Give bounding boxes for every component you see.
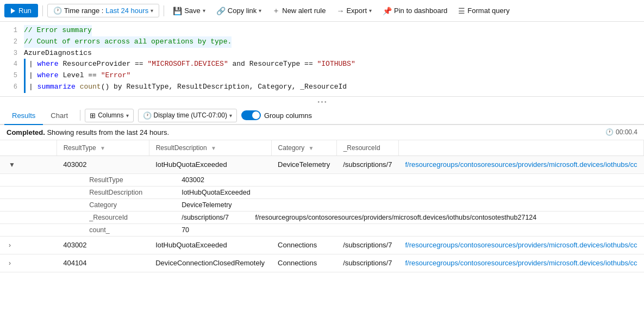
time-range-button[interactable]: 🕐 Time range : Last 24 hours ▾ bbox=[47, 4, 159, 17]
th-category: Category ▼ bbox=[271, 140, 336, 156]
expanded-label-2 bbox=[0, 186, 57, 198]
timer-icon: 🕐 bbox=[605, 128, 614, 136]
status-text: Completed. Showing results from the last… bbox=[7, 128, 169, 136]
results-sep-1 bbox=[80, 110, 80, 121]
export-chevron: ▾ bbox=[369, 8, 372, 14]
save-chevron: ▾ bbox=[203, 8, 205, 14]
expanded-detail-resulttype: ResultType 403002 bbox=[0, 173, 644, 186]
columns-button[interactable]: ⊞ Columns ▾ bbox=[85, 109, 133, 122]
expanded-label bbox=[0, 173, 57, 186]
th-resource-path bbox=[398, 140, 643, 156]
time-range-value: Last 24 hours bbox=[105, 7, 148, 15]
clock-icon: 🕐 bbox=[53, 7, 62, 15]
separator-1 bbox=[42, 5, 43, 16]
group-columns-toggle-wrap: Group columns bbox=[241, 110, 312, 120]
line-bar-5 bbox=[24, 70, 26, 82]
cell-resourceid-3: /subscriptions/7 bbox=[336, 254, 398, 272]
line-bar-6 bbox=[24, 82, 26, 93]
cell-resultdesc-3: DeviceConnectionClosedRemotely bbox=[149, 254, 271, 272]
table-row: › 404104 DeviceConnectionClosedRemotely … bbox=[0, 254, 644, 272]
display-time-button[interactable]: 🕐 Display time (UTC-07:00) ▾ bbox=[138, 109, 237, 122]
save-button[interactable]: 💾 Save ▾ bbox=[168, 4, 210, 17]
status-time: 🕐 00:00.4 bbox=[605, 128, 637, 136]
cell-resultdesc-2: IotHubQuotaExceeded bbox=[149, 236, 271, 254]
expanded-detail-count: count_ 70 bbox=[0, 223, 644, 236]
clock-icon-2: 🕐 bbox=[143, 111, 152, 120]
toolbar: Run 🕐 Time range : Last 24 hours ▾ 💾 Sav… bbox=[0, 0, 644, 22]
cell-resourcepath-1: f/resourcegroups/contosoresources/provid… bbox=[398, 156, 643, 173]
status-completed: Completed. bbox=[7, 128, 45, 136]
cell-category-1: DeviceTelemetry bbox=[271, 156, 336, 173]
cell-resourcepath-3: f/resourcegroups/contosoresources/provid… bbox=[398, 254, 643, 272]
results-container: ResultType ▼ ResultDescription ▼ Categor… bbox=[0, 140, 644, 272]
th-result-type: ResultType ▼ bbox=[57, 140, 149, 156]
expanded-label-3 bbox=[0, 198, 57, 211]
expanded-key-resultdesc: ResultDescription bbox=[57, 186, 149, 198]
collapse-button-1[interactable]: ▼ bbox=[7, 160, 17, 170]
filter-icon-resulttype[interactable]: ▼ bbox=[100, 145, 105, 151]
expanded-val-resultdesc: IotHubQuotaExceeded bbox=[149, 186, 643, 198]
th-result-description: ResultDescription ▼ bbox=[149, 140, 271, 156]
expand-cell-3: › bbox=[0, 254, 57, 272]
expanded-key-resulttype: ResultType bbox=[57, 173, 149, 186]
columns-icon: ⊞ bbox=[90, 111, 96, 120]
table-row: ▼ 403002 IotHubQuotaExceeded DeviceTelem… bbox=[0, 156, 644, 173]
expanded-key-category: Category bbox=[57, 198, 149, 211]
expand-button-2[interactable]: › bbox=[7, 240, 13, 250]
code-line-3: 3 AzureDiagnostics bbox=[0, 48, 644, 59]
expanded-detail-category: Category DeviceTelemetry bbox=[0, 198, 644, 211]
time-range-chevron: ▾ bbox=[151, 8, 153, 14]
results-table: ResultType ▼ ResultDescription ▼ Categor… bbox=[0, 140, 644, 272]
code-line-4: 4 | where ResourceProvider == "MICROSOFT… bbox=[0, 59, 644, 70]
link-icon: 🔗 bbox=[216, 7, 226, 15]
expanded-val-resourceid: /subscriptions/7 f/resourcegroups/contos… bbox=[149, 211, 643, 223]
tab-chart[interactable]: Chart bbox=[43, 107, 76, 125]
expanded-detail-resourceid: _ResourceId /subscriptions/7 f/resourceg… bbox=[0, 211, 644, 223]
export-icon: → bbox=[336, 7, 344, 15]
copy-link-chevron: ▾ bbox=[259, 8, 261, 14]
group-columns-toggle[interactable] bbox=[241, 110, 261, 120]
export-button[interactable]: → Export ▾ bbox=[332, 4, 376, 17]
expanded-label-5 bbox=[0, 223, 57, 236]
expanded-key-resourceid: _ResourceId bbox=[57, 211, 149, 223]
cell-resourceid-2: /subscriptions/7 bbox=[336, 236, 398, 254]
pin-to-dashboard-button[interactable]: 📌 Pin to dashboard bbox=[378, 4, 452, 17]
format-query-button[interactable]: ☰ Format query bbox=[454, 4, 514, 17]
save-icon: 💾 bbox=[173, 7, 182, 15]
tab-results[interactable]: Results bbox=[4, 107, 43, 125]
expanded-label-4 bbox=[0, 211, 57, 223]
expand-cell-1: ▼ bbox=[0, 156, 57, 173]
filter-icon-category[interactable]: ▼ bbox=[309, 145, 314, 151]
separator-2 bbox=[164, 5, 164, 16]
cell-resulttype-1: 403002 bbox=[57, 156, 149, 173]
display-time-chevron: ▾ bbox=[229, 113, 232, 119]
th-resource-id: _ResourceId bbox=[336, 140, 398, 156]
code-line-2: 2 // Count of errors across all operatio… bbox=[0, 36, 644, 48]
cell-resulttype-2: 403002 bbox=[57, 236, 149, 254]
status-bar: Completed. Showing results from the last… bbox=[0, 125, 644, 140]
expanded-val-resulttype: 403002 bbox=[149, 173, 643, 186]
line-bar-4 bbox=[24, 59, 26, 70]
cell-resourceid-1: /subscriptions/7 bbox=[336, 156, 398, 173]
copy-link-button[interactable]: 🔗 Copy link ▾ bbox=[212, 4, 266, 17]
expanded-val-count: 70 bbox=[149, 223, 643, 236]
cell-resulttype-3: 404104 bbox=[57, 254, 149, 272]
code-editor[interactable]: 1 // Error summary 2 // Count of errors … bbox=[0, 22, 644, 97]
drag-handle[interactable]: • • • bbox=[0, 97, 644, 107]
run-button[interactable]: Run bbox=[4, 4, 38, 17]
status-description: Showing results from the last 24 hours. bbox=[47, 128, 169, 136]
new-alert-rule-button[interactable]: ＋ New alert rule bbox=[268, 4, 330, 18]
run-label: Run bbox=[18, 7, 32, 15]
expand-button-3[interactable]: › bbox=[7, 258, 13, 268]
cell-resourcepath-2: f/resourcegroups/contosoresources/provid… bbox=[398, 236, 643, 254]
table-row: › 403002 IotHubQuotaExceeded Connections… bbox=[0, 236, 644, 254]
play-icon bbox=[11, 8, 15, 14]
code-line-6: 6 | summarize count() by ResultType, Res… bbox=[0, 82, 644, 93]
format-icon: ☰ bbox=[458, 7, 465, 15]
filter-icon-resultdescription[interactable]: ▼ bbox=[211, 145, 216, 151]
code-line-5: 5 | where Level == "Error" bbox=[0, 70, 644, 82]
results-toolbar: Results Chart ⊞ Columns ▾ 🕐 Display time… bbox=[0, 107, 644, 125]
expanded-val-category: DeviceTelemetry bbox=[149, 198, 643, 211]
cell-resultdesc-1: IotHubQuotaExceeded bbox=[149, 156, 271, 173]
cell-category-3: Connections bbox=[271, 254, 336, 272]
